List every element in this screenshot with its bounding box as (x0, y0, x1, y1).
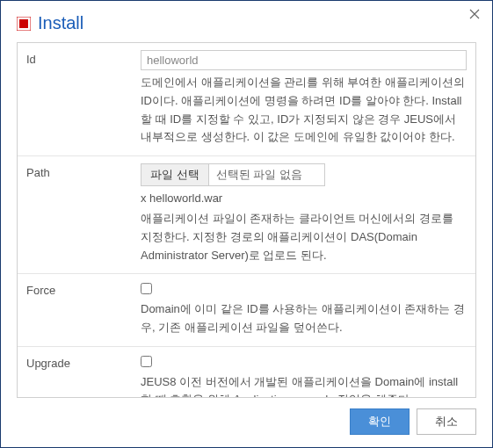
install-icon (17, 17, 31, 31)
upgrade-label: Upgrade (26, 354, 141, 398)
field-force: Force Domain에 이미 같은 ID를 사용하는 애플리케이션이 존재하… (18, 273, 475, 345)
force-value-area: Domain에 이미 같은 ID를 사용하는 애플리케이션이 존재하는 경우, … (141, 281, 467, 336)
field-path: Path 파일 선택 선택된 파일 없음 x helloworld.war 애플… (18, 155, 475, 273)
file-select-button[interactable]: 파일 선택 (141, 164, 209, 185)
svg-rect-1 (19, 19, 28, 28)
upgrade-value-area: JEUS8 이전 버전에서 개발된 애플리케이션을 Domain에 instal… (141, 354, 467, 398)
force-description: Domain에 이미 같은 ID를 사용하는 애플리케이션이 존재하는 경우, … (141, 300, 467, 337)
force-checkbox[interactable] (141, 283, 152, 294)
id-value-area: 도메인에서 애플리케이션을 관리를 위해 부여한 애플리케이션의 ID이다. 애… (141, 50, 467, 147)
force-label: Force (26, 281, 141, 336)
cancel-button[interactable]: 취소 (417, 408, 476, 435)
id-label: Id (26, 50, 141, 147)
dialog-content: Id 도메인에서 애플리케이션을 관리를 위해 부여한 애플리케이션의 ID이다… (17, 42, 476, 398)
dialog-title: Install (38, 13, 83, 33)
field-id: Id 도메인에서 애플리케이션을 관리를 위해 부여한 애플리케이션의 ID이다… (18, 43, 475, 155)
dialog-header: Install (1, 1, 492, 42)
ok-button[interactable]: 확인 (350, 408, 410, 435)
path-description: 애플리케이션 파일이 존재하는 클라이언트 머신에서의 경로를 지정한다. 지정… (141, 210, 467, 264)
close-button[interactable] (466, 6, 483, 24)
path-label: Path (26, 163, 141, 264)
id-description: 도메인에서 애플리케이션을 관리를 위해 부여한 애플리케이션의 ID이다. 애… (141, 74, 467, 147)
path-value-area: 파일 선택 선택된 파일 없음 x helloworld.war 애플리케이션 … (141, 163, 467, 264)
file-status-text: 선택된 파일 없음 (209, 166, 309, 184)
id-input[interactable] (141, 50, 467, 70)
upgrade-description: JEUS8 이전 버전에서 개발된 애플리케이션을 Domain에 instal… (141, 373, 467, 398)
selected-file-text: x helloworld.war (141, 190, 467, 208)
close-icon (469, 7, 480, 23)
field-upgrade: Upgrade JEUS8 이전 버전에서 개발된 애플리케이션을 Domain… (18, 346, 475, 398)
file-chooser: 파일 선택 선택된 파일 없음 (141, 163, 325, 186)
install-dialog: Install Id 도메인에서 애플리케이션을 관리를 위해 부여한 애플리케… (0, 0, 493, 448)
dialog-footer: 확인 취소 (1, 398, 492, 447)
upgrade-checkbox[interactable] (141, 356, 152, 367)
